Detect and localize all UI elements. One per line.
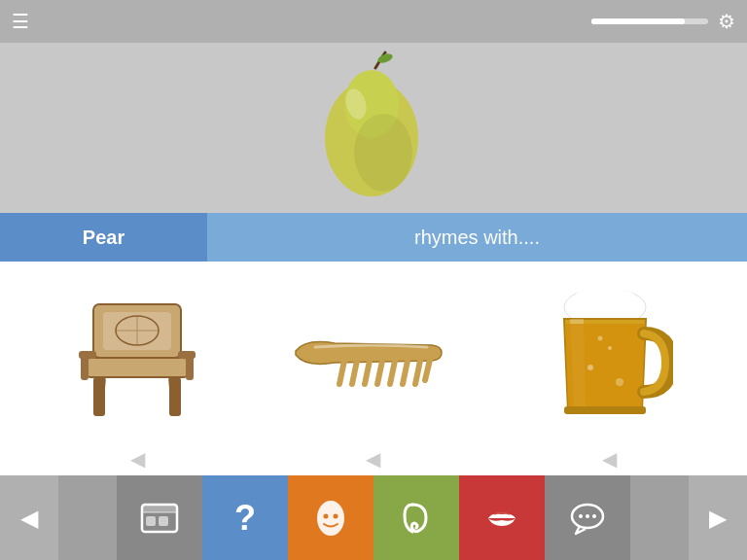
question-button[interactable]: ? xyxy=(202,475,288,560)
svg-point-28 xyxy=(607,290,638,317)
svg-rect-37 xyxy=(146,516,156,526)
prev-button[interactable]: ◀ xyxy=(0,475,58,560)
svg-point-30 xyxy=(608,346,612,350)
svg-point-44 xyxy=(586,514,589,518)
comb-sound-icon[interactable]: ◀ xyxy=(366,447,380,471)
face-icon xyxy=(309,497,352,540)
chat-button[interactable] xyxy=(545,475,630,560)
gallery-button[interactable] xyxy=(117,475,202,560)
svg-rect-35 xyxy=(142,505,177,512)
svg-line-20 xyxy=(377,361,382,384)
gallery-icon xyxy=(138,497,181,540)
gear-icon[interactable]: ⚙ xyxy=(718,10,735,33)
svg-rect-15 xyxy=(81,351,89,380)
beer-image xyxy=(513,276,707,439)
svg-point-32 xyxy=(597,336,602,341)
beer-sound-icon[interactable]: ◀ xyxy=(602,447,617,471)
top-right-controls: ⚙ xyxy=(591,10,735,33)
choice-comb[interactable]: ◀ xyxy=(276,276,471,471)
ear-button[interactable] xyxy=(374,475,459,560)
svg-line-19 xyxy=(365,361,370,384)
lips-icon xyxy=(480,497,523,540)
main-image-area xyxy=(0,43,747,213)
face-button[interactable] xyxy=(288,475,374,560)
svg-point-40 xyxy=(324,513,329,518)
menu-icon[interactable]: ☰ xyxy=(12,10,29,33)
chat-icon xyxy=(566,497,609,540)
label-bar: Pear rhymes with.... xyxy=(0,213,747,262)
choices-area: ◀ ◀ xyxy=(0,262,747,475)
chair-image xyxy=(40,276,234,439)
svg-line-24 xyxy=(425,360,430,380)
svg-point-4 xyxy=(354,114,412,192)
chair-sound-icon[interactable]: ◀ xyxy=(130,447,145,471)
svg-rect-33 xyxy=(564,406,646,414)
svg-rect-38 xyxy=(159,516,168,526)
svg-point-31 xyxy=(616,378,623,386)
svg-point-43 xyxy=(579,514,583,518)
svg-line-21 xyxy=(390,361,395,384)
svg-line-23 xyxy=(415,361,420,384)
next-button[interactable]: ▶ xyxy=(689,475,747,560)
pear-image xyxy=(296,51,451,206)
svg-rect-8 xyxy=(87,358,188,377)
svg-point-45 xyxy=(592,514,596,518)
svg-point-39 xyxy=(317,501,344,536)
top-bar: ☰ ⚙ xyxy=(0,0,747,43)
word-button[interactable]: Pear xyxy=(0,213,207,262)
progress-fill xyxy=(591,18,685,24)
lips-button[interactable] xyxy=(459,475,545,560)
comb-image xyxy=(276,276,471,439)
progress-bar xyxy=(591,18,708,24)
nav-center: ? xyxy=(117,475,630,560)
svg-point-29 xyxy=(587,365,593,370)
choice-beer[interactable]: ◀ xyxy=(513,276,707,471)
ear-icon xyxy=(395,497,438,540)
svg-rect-16 xyxy=(186,351,194,380)
svg-line-17 xyxy=(339,361,344,384)
choice-chair[interactable]: ◀ xyxy=(40,276,234,471)
bottom-nav: ◀ ? xyxy=(0,475,747,560)
svg-line-22 xyxy=(403,361,408,384)
rhymes-button[interactable]: rhymes with.... xyxy=(207,213,747,262)
svg-point-41 xyxy=(334,513,338,518)
svg-line-18 xyxy=(352,361,357,384)
